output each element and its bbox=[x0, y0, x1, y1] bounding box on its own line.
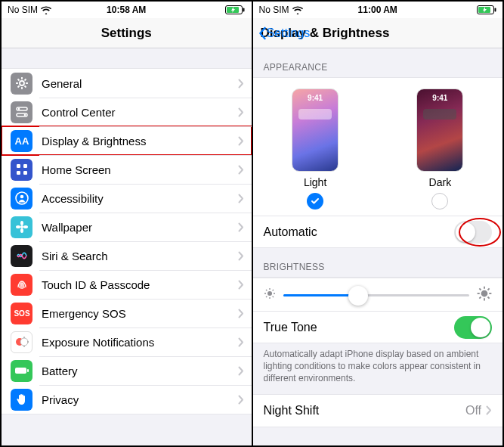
sun-high-icon bbox=[477, 286, 492, 304]
settings-row-siri-search[interactable]: Siri & Search bbox=[2, 241, 252, 270]
chevron-right-icon bbox=[238, 366, 244, 376]
svg-point-3 bbox=[20, 81, 24, 85]
settings-row-accessibility[interactable]: Accessibility bbox=[2, 184, 252, 213]
chevron-right-icon bbox=[238, 222, 244, 232]
back-button[interactable]: Settings bbox=[258, 26, 311, 40]
svg-rect-1 bbox=[243, 8, 245, 12]
radio-checked-icon bbox=[307, 193, 323, 210]
settings-row-emergency-sos[interactable]: SOS Emergency SOS bbox=[2, 299, 252, 327]
status-bar: No SIM 11:00 AM bbox=[253, 2, 503, 18]
svg-point-31 bbox=[20, 338, 28, 346]
svg-line-10 bbox=[17, 86, 19, 88]
row-label: Accessibility bbox=[42, 192, 238, 205]
automatic-label: Automatic bbox=[264, 225, 317, 239]
truetone-row: True Tone bbox=[253, 311, 503, 343]
svg-rect-17 bbox=[17, 164, 20, 168]
svg-line-8 bbox=[17, 79, 19, 81]
clock-label: 10:58 AM bbox=[87, 5, 166, 15]
svg-line-56 bbox=[479, 296, 481, 298]
exposure-icon bbox=[11, 331, 32, 353]
brightness-slider[interactable] bbox=[283, 284, 470, 306]
appearance-header: APPEARANCE bbox=[253, 48, 503, 77]
brightness-slider-row bbox=[253, 278, 503, 311]
person-icon bbox=[11, 188, 32, 210]
brightness-header: BRIGHTNESS bbox=[253, 248, 503, 277]
display-brightness-pane: No SIM 11:00 AM Settings Display & Brigh… bbox=[252, 2, 503, 445]
light-label: Light bbox=[304, 176, 326, 188]
switches-icon bbox=[11, 101, 32, 123]
automatic-row: Automatic bbox=[253, 216, 503, 247]
svg-rect-20 bbox=[23, 171, 27, 175]
wifi-icon bbox=[292, 6, 303, 14]
settings-row-battery[interactable]: Battery bbox=[2, 356, 252, 385]
hand-icon bbox=[11, 389, 32, 411]
appearance-dark[interactable]: 9:41 Dark bbox=[416, 88, 463, 210]
settings-row-general[interactable]: General bbox=[2, 69, 252, 98]
svg-point-13 bbox=[17, 108, 20, 110]
svg-line-57 bbox=[488, 288, 490, 290]
chevron-right-icon bbox=[238, 280, 244, 290]
dark-thumbnail: 9:41 bbox=[416, 88, 463, 172]
svg-line-45 bbox=[266, 290, 267, 290]
chevron-right-icon bbox=[238, 251, 244, 261]
aa-icon: AA bbox=[11, 130, 32, 152]
svg-point-26 bbox=[16, 225, 20, 228]
svg-line-55 bbox=[488, 296, 490, 298]
svg-rect-35 bbox=[15, 368, 26, 374]
row-label: Privacy bbox=[42, 393, 238, 406]
clock-label: 11:00 AM bbox=[338, 5, 417, 15]
svg-line-54 bbox=[479, 288, 481, 290]
nightshift-value: Off bbox=[465, 404, 481, 418]
battery-icon bbox=[11, 360, 32, 382]
appearance-light[interactable]: 9:41 Light bbox=[292, 88, 339, 210]
carrier-label: No SIM bbox=[8, 5, 38, 15]
chevron-right-icon bbox=[238, 309, 244, 318]
row-label: Display & Brightness bbox=[42, 135, 238, 147]
chevron-right-icon bbox=[238, 165, 244, 175]
automatic-switch[interactable] bbox=[454, 221, 492, 244]
settings-row-touch-id-passcode[interactable]: Touch ID & Passcode bbox=[2, 270, 252, 299]
settings-row-control-center[interactable]: Control Center bbox=[2, 98, 252, 126]
row-label: Control Center bbox=[42, 106, 238, 119]
svg-point-27 bbox=[23, 225, 28, 228]
svg-rect-38 bbox=[494, 8, 496, 12]
chevron-right-icon bbox=[238, 194, 244, 203]
nightshift-label: Night Shift bbox=[264, 404, 320, 418]
sun-low-icon bbox=[264, 287, 276, 303]
settings-row-home-screen[interactable]: Home Screen bbox=[2, 155, 252, 184]
svg-point-40 bbox=[267, 291, 272, 296]
svg-text:AA: AA bbox=[14, 135, 29, 147]
row-label: General bbox=[42, 77, 238, 90]
nav-bar: Settings bbox=[2, 18, 252, 48]
settings-row-display-brightness[interactable]: AA Display & Brightness bbox=[2, 126, 252, 155]
row-label: Wallpaper bbox=[42, 221, 238, 234]
svg-line-48 bbox=[272, 290, 273, 290]
svg-point-24 bbox=[20, 221, 23, 225]
settings-row-wallpaper[interactable]: Wallpaper bbox=[2, 213, 252, 241]
chevron-right-icon bbox=[238, 395, 244, 405]
carrier-label: No SIM bbox=[259, 5, 289, 15]
settings-row-exposure-notifications[interactable]: Exposure Notifications bbox=[2, 327, 252, 356]
chevron-right-icon bbox=[238, 136, 244, 146]
sos-icon: SOS bbox=[11, 303, 32, 324]
chevron-right-icon bbox=[238, 107, 244, 117]
row-label: Exposure Notifications bbox=[42, 336, 238, 349]
svg-rect-18 bbox=[23, 164, 27, 168]
settings-row-privacy[interactable]: Privacy bbox=[2, 385, 252, 414]
chevron-right-icon bbox=[238, 79, 244, 88]
row-label: Siri & Search bbox=[42, 250, 238, 262]
nav-bar: Settings Display & Brightness bbox=[253, 18, 503, 48]
siri-icon bbox=[11, 245, 32, 267]
svg-point-49 bbox=[481, 290, 488, 296]
wifi-icon bbox=[41, 6, 51, 14]
svg-point-23 bbox=[20, 225, 23, 228]
row-label: Home Screen bbox=[42, 163, 238, 176]
nightshift-row[interactable]: Night Shift Off bbox=[253, 395, 503, 427]
fingerprint-icon bbox=[11, 274, 32, 296]
truetone-switch[interactable] bbox=[454, 316, 492, 339]
flower-icon bbox=[11, 216, 32, 238]
back-label: Settings bbox=[267, 26, 311, 40]
radio-unchecked-icon bbox=[431, 193, 448, 210]
svg-point-22 bbox=[20, 195, 23, 199]
truetone-label: True Tone bbox=[264, 321, 317, 334]
